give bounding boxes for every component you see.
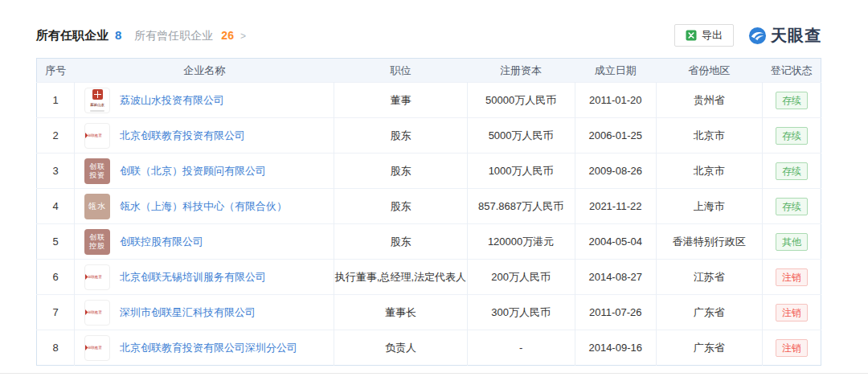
company-logo[interactable]: 创联教育	[84, 123, 110, 149]
seal-mark-icon	[92, 89, 103, 100]
former-companies-link[interactable]: 所有曾任职企业	[134, 29, 213, 43]
table-row: 5 创联控股 创联控股有限公司 股东 120000万港元 2004-05-04 …	[37, 224, 821, 260]
table-header-row: 序号 企业名称 职位 注册资本 成立日期 省份地区 登记状态	[37, 59, 821, 83]
date-cell: 2004-05-04	[575, 224, 656, 260]
position-cell: 董事	[334, 83, 467, 118]
company-logo[interactable]: 瓴水	[84, 194, 110, 219]
position-cell: 执行董事,总经理,法定代表人	[334, 260, 467, 295]
section-header-right: 导出 天眼查	[674, 24, 821, 47]
table-row: 1 荔波山水 荔波山水投资有限公司 董事 50000万人民币 2011-01-2…	[37, 83, 821, 118]
company-link[interactable]: 荔波山水投资有限公司	[120, 93, 224, 108]
date-cell: 2014-08-27	[575, 260, 656, 295]
company-link[interactable]: 北京创联教育投资有限公司	[120, 129, 245, 143]
province-cell: 北京市	[656, 154, 762, 189]
col-header-date: 成立日期	[575, 59, 656, 83]
company-logo[interactable]: 创联投资	[84, 158, 110, 184]
row-index: 7	[37, 295, 75, 330]
table-row: 7 创联教育 深圳市创联星汇科技有限公司 董事长 300万人民币 2011-07…	[37, 295, 821, 330]
position-cell: 股东	[334, 224, 467, 260]
row-index: 4	[37, 189, 75, 224]
capital-cell: 1000万人民币	[467, 154, 575, 189]
logo-subtext-bar	[90, 110, 104, 112]
logo-text: 瓴水	[88, 202, 106, 211]
table-row: 4 瓴水 瓴水（上海）科技中心（有限合伙） 股东 857.8687万人民币 20…	[37, 189, 821, 224]
status-badge: 存续	[776, 127, 808, 145]
page-bottom-divider	[0, 373, 868, 374]
col-header-position: 职位	[334, 59, 467, 83]
employment-companies-section: 所有任职企业 8 所有曾任职企业 26 > 导出	[36, 0, 821, 366]
company-cell: 创联教育 深圳市创联星汇科技有限公司	[75, 300, 334, 326]
logo-text: 创联教育	[88, 133, 102, 137]
company-cell: 创联教育 北京创联无锡培训服务有限公司	[75, 264, 334, 290]
status-badge: 注销	[776, 304, 808, 322]
table-row: 3 创联投资 创联（北京）投资顾问有限公司 股东 1000万人民币 2009-0…	[37, 154, 821, 189]
company-logo[interactable]: 创联教育	[84, 264, 110, 290]
col-header-capital: 注册资本	[467, 59, 575, 83]
company-cell: 荔波山水 荔波山水投资有限公司	[75, 88, 334, 113]
company-logo[interactable]: 创联教育	[84, 300, 110, 326]
row-index: 8	[37, 330, 75, 366]
chevron-right-icon[interactable]: >	[240, 31, 246, 42]
company-link[interactable]: 北京创联无锡培训服务有限公司	[120, 270, 266, 285]
employment-table: 序号 企业名称 职位 注册资本 成立日期 省份地区 登记状态 1 荔波山水 荔波…	[36, 58, 821, 366]
capital-cell: 5000万人民币	[467, 118, 575, 154]
company-link[interactable]: 瓴水（上海）科技中心（有限合伙）	[120, 199, 287, 214]
date-cell: 2014-09-16	[575, 330, 656, 366]
capital-cell: -	[467, 330, 575, 366]
date-cell: 2006-01-25	[575, 118, 656, 154]
company-logo[interactable]: 创联控股	[84, 229, 110, 255]
company-cell: 创联投资 创联（北京）投资顾问有限公司	[75, 158, 334, 184]
status-badge: 注销	[776, 268, 808, 286]
tianyancha-logo[interactable]: 天眼查	[748, 25, 821, 47]
former-companies-count[interactable]: 26	[221, 29, 234, 42]
date-cell: 2021-11-22	[575, 189, 656, 224]
province-cell: 上海市	[656, 189, 762, 224]
company-link[interactable]: 创联（北京）投资顾问有限公司	[120, 164, 266, 178]
section-header: 所有任职企业 8 所有曾任职企业 26 > 导出	[36, 23, 821, 48]
section-title: 所有任职企业	[36, 28, 108, 43]
col-header-company: 企业名称	[75, 59, 334, 83]
row-index: 2	[37, 118, 75, 154]
company-logo[interactable]: 荔波山水	[84, 88, 110, 113]
export-button-label: 导出	[702, 28, 723, 43]
province-cell: 广东省	[656, 295, 762, 330]
company-link[interactable]: 深圳市创联星汇科技有限公司	[120, 305, 256, 320]
position-cell: 负责人	[334, 330, 467, 366]
company-link[interactable]: 创联控股有限公司	[120, 235, 203, 249]
province-cell: 北京市	[656, 118, 762, 154]
date-cell: 2009-08-26	[575, 154, 656, 189]
company-cell: 创联教育 北京创联教育投资有限公司	[75, 123, 334, 149]
tianyancha-eye-icon	[748, 27, 767, 45]
date-cell: 2011-07-26	[575, 295, 656, 330]
col-header-index: 序号	[37, 59, 75, 83]
table-row: 8 创联教育 北京创联教育投资有限公司深圳分公司 负责人 - 2014-09-1…	[37, 330, 821, 366]
province-cell: 香港特别行政区	[656, 224, 762, 260]
col-header-status: 登记状态	[762, 59, 821, 83]
date-cell: 2011-01-20	[575, 83, 656, 118]
status-badge: 其他	[776, 233, 808, 251]
logo-text: 创联教育	[88, 309, 102, 314]
logo-text: 创联控股	[89, 233, 105, 251]
table-row: 2 创联教育 北京创联教育投资有限公司 股东 5000万人民币 2006-01-…	[37, 118, 821, 154]
province-cell: 江苏省	[656, 260, 762, 295]
company-cell: 创联教育 北京创联教育投资有限公司深圳分公司	[75, 335, 334, 361]
capital-cell: 120000万港元	[467, 224, 575, 260]
status-badge: 存续	[776, 198, 808, 215]
status-badge: 存续	[776, 92, 808, 109]
logo-text: 创联投资	[89, 162, 105, 180]
company-link[interactable]: 北京创联教育投资有限公司深圳分公司	[120, 341, 297, 355]
logo-text: 荔波山水	[90, 102, 104, 107]
status-badge: 注销	[776, 339, 808, 357]
company-logo[interactable]: 创联教育	[84, 335, 110, 361]
capital-cell: 50000万人民币	[467, 83, 575, 118]
capital-cell: 300万人民币	[467, 295, 575, 330]
export-button[interactable]: 导出	[674, 24, 734, 47]
company-cell: 瓴水 瓴水（上海）科技中心（有限合伙）	[75, 194, 334, 219]
capital-cell: 857.8687万人民币	[467, 189, 575, 224]
position-cell: 股东	[334, 189, 467, 224]
section-titles: 所有任职企业 8 所有曾任职企业 26 >	[36, 28, 246, 43]
table-row: 6 创联教育 北京创联无锡培训服务有限公司 执行董事,总经理,法定代表人 200…	[37, 260, 821, 295]
status-badge: 存续	[776, 162, 808, 180]
row-index: 5	[37, 224, 75, 260]
col-header-province: 省份地区	[656, 59, 762, 83]
